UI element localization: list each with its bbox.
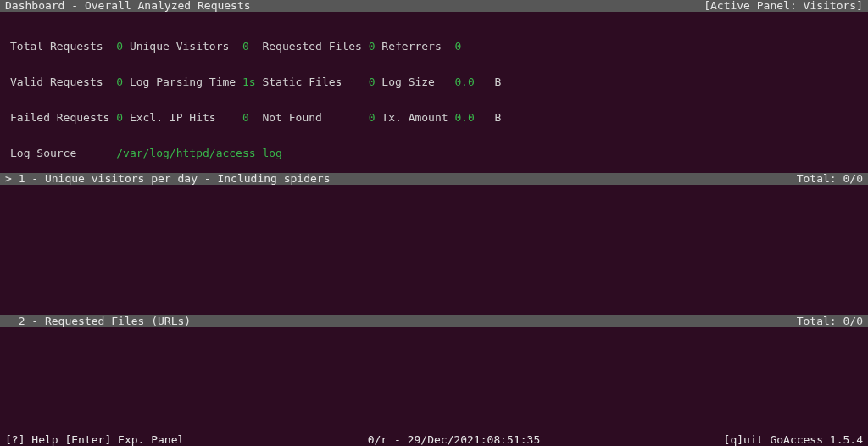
stats-row: Log Source /var/log/httpd/access_log xyxy=(10,148,863,159)
stat-label: Failed Requests xyxy=(10,111,116,124)
stats-row: Failed Requests 0 Excl. IP Hits 0 Not Fo… xyxy=(10,112,863,124)
quit-hint: [q]uit GoAccess 1.5.4 xyxy=(724,434,863,446)
stat-label: Tx. Amount xyxy=(376,111,455,124)
stat-label: Log Parsing Time xyxy=(123,75,242,88)
stat-label: Referrers xyxy=(376,40,455,53)
log-source-path: /var/log/httpd/access_log xyxy=(116,147,282,159)
panel-title: 2 - Requested Files (URLs) xyxy=(5,315,191,327)
stat-label: Unique Visitors xyxy=(123,40,242,53)
overall-stats: Total Requests 0 Unique Visitors 0 Reque… xyxy=(0,12,868,173)
stat-unit: B xyxy=(475,111,501,124)
stat-label: Static Files xyxy=(256,75,369,88)
stat-label: Not Found xyxy=(256,111,369,124)
title-bar: Dashboard - Overall Analyzed Requests [A… xyxy=(0,0,868,12)
status-bar: [?] Help [Enter] Exp. Panel 0/r - 29/Dec… xyxy=(0,434,868,446)
stat-unit: B xyxy=(475,75,501,88)
panel-header-requested-files[interactable]: 2 - Requested Files (URLs) Total: 0/0 xyxy=(0,315,868,327)
stat-value: 1s xyxy=(242,75,256,88)
stat-value: 0 xyxy=(242,40,256,53)
panel-body-requested-files xyxy=(0,327,868,446)
stat-label: Log Source xyxy=(10,147,116,159)
stat-value: 0 xyxy=(242,111,256,124)
dashboard-title: Dashboard - Overall Analyzed Requests xyxy=(5,0,251,12)
stat-value: 0 xyxy=(116,40,123,53)
stat-label: Valid Requests xyxy=(10,75,116,88)
stat-value: 0 xyxy=(369,40,376,53)
stat-value: 0.0 xyxy=(454,111,474,124)
panel-total: Total: 0/0 xyxy=(797,315,863,327)
stat-value: 0 xyxy=(116,75,123,88)
stat-value: 0 xyxy=(369,75,376,88)
stat-value: 0.0 xyxy=(454,75,474,88)
timestamp: 0/r - 29/Dec/2021:08:51:35 xyxy=(368,434,541,446)
stats-row: Valid Requests 0 Log Parsing Time 1s Sta… xyxy=(10,76,863,88)
stat-value: 0 xyxy=(116,111,123,124)
panel-header-visitors[interactable]: > 1 - Unique visitors per day - Includin… xyxy=(0,173,868,185)
stats-row: Total Requests 0 Unique Visitors 0 Reque… xyxy=(10,41,863,53)
panel-title: > 1 - Unique visitors per day - Includin… xyxy=(5,173,331,185)
stat-label: Requested Files xyxy=(256,40,369,53)
panel-total: Total: 0/0 xyxy=(797,173,863,185)
stat-value: 0 xyxy=(369,111,376,124)
help-hint: [?] Help [Enter] Exp. Panel xyxy=(5,434,184,446)
stat-value: 0 xyxy=(454,40,461,53)
stat-label: Excl. IP Hits xyxy=(123,111,242,124)
stat-label: Total Requests xyxy=(10,40,116,53)
panel-body-visitors xyxy=(0,185,868,315)
active-panel-label: [Active Panel: Visitors] xyxy=(704,0,863,12)
stat-label: Log Size xyxy=(376,75,455,88)
